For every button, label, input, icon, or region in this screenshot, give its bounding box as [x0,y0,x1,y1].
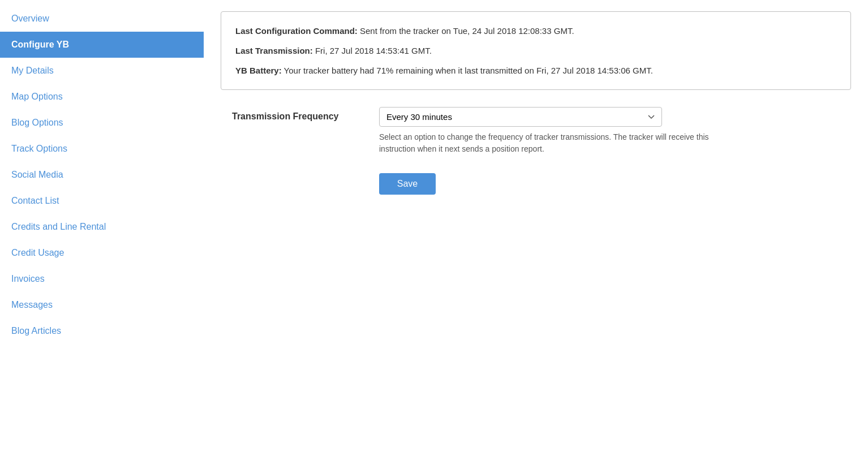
frequency-hint: Select an option to change the frequency… [379,131,741,155]
sidebar-item-contact-list[interactable]: Contact List [0,188,204,214]
sidebar-item-credit-usage[interactable]: Credit Usage [0,240,204,266]
sidebar-item-invoices[interactable]: Invoices [0,266,204,292]
sidebar-item-credits[interactable]: Credits and Line Rental [0,214,204,240]
battery-value: Your tracker battery had 71% remaining w… [284,66,653,75]
battery-line: YB Battery: Your tracker battery had 71%… [235,63,836,78]
frequency-label: Transmission Frequency [232,107,379,122]
info-box: Last Configuration Command: Sent from th… [221,11,851,90]
sidebar-item-blog-articles[interactable]: Blog Articles [0,318,204,344]
battery-label: YB Battery: [235,66,282,75]
save-button[interactable]: Save [379,173,436,195]
sidebar-item-blog-options[interactable]: Blog Options [0,110,204,136]
last-transmission-value: Fri, 27 Jul 2018 14:53:41 GMT. [315,46,432,55]
last-config-line: Last Configuration Command: Sent from th… [235,23,836,38]
sidebar-item-map-options[interactable]: Map Options [0,84,204,110]
sidebar-item-my-details[interactable]: My Details [0,58,204,84]
last-transmission-label: Last Transmission: [235,46,313,55]
last-transmission-line: Last Transmission: Fri, 27 Jul 2018 14:5… [235,43,836,58]
main-content: Last Configuration Command: Sent from th… [204,0,868,460]
sidebar-item-social-media[interactable]: Social Media [0,162,204,188]
form-section: Transmission Frequency Every 5 minutesEv… [221,107,851,195]
last-config-value: Sent from the tracker on Tue, 24 Jul 201… [360,26,574,36]
last-config-label: Last Configuration Command: [235,26,358,36]
frequency-row: Transmission Frequency Every 5 minutesEv… [232,107,851,155]
frequency-select[interactable]: Every 5 minutesEvery 10 minutesEvery 15 … [379,107,662,127]
frequency-controls: Every 5 minutesEvery 10 minutesEvery 15 … [379,107,741,155]
sidebar-item-track-options[interactable]: Track Options [0,136,204,162]
sidebar-item-messages[interactable]: Messages [0,292,204,318]
sidebar-item-configure-yb[interactable]: Configure YB [0,32,204,58]
sidebar: OverviewConfigure YBMy DetailsMap Option… [0,0,204,460]
sidebar-item-overview[interactable]: Overview [0,6,204,32]
